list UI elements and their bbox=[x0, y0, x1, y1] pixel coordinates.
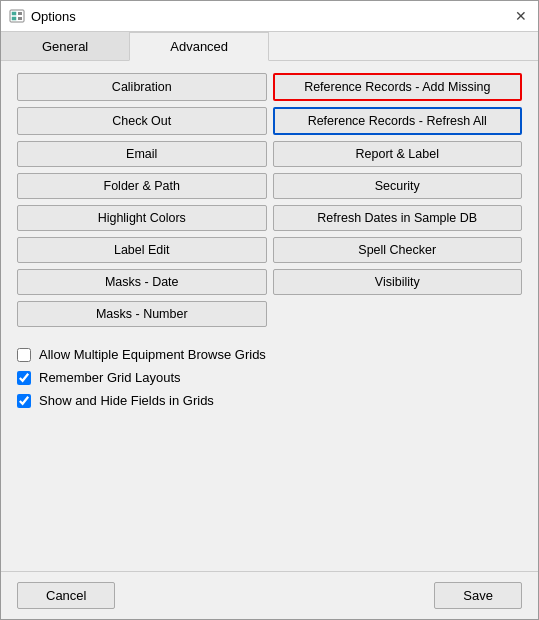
cancel-button[interactable]: Cancel bbox=[17, 582, 115, 609]
btn-spell-checker[interactable]: Spell Checker bbox=[273, 237, 523, 263]
btn-highlight-colors[interactable]: Highlight Colors bbox=[17, 205, 267, 231]
btn-ref-refresh-all[interactable]: Reference Records - Refresh All bbox=[273, 107, 523, 135]
checkbox-grid-layouts-label: Remember Grid Layouts bbox=[39, 370, 181, 385]
checkbox-grid-layouts[interactable] bbox=[17, 371, 31, 385]
btn-masks-date[interactable]: Masks - Date bbox=[17, 269, 267, 295]
title-bar-left: Options bbox=[9, 8, 76, 24]
checkbox-row-equipment: Allow Multiple Equipment Browse Grids bbox=[17, 347, 522, 362]
checkbox-row-show-hide: Show and Hide Fields in Grids bbox=[17, 393, 522, 408]
title-bar: Options ✕ bbox=[1, 1, 538, 32]
btn-masks-number[interactable]: Masks - Number bbox=[17, 301, 267, 327]
btn-refresh-dates[interactable]: Refresh Dates in Sample DB bbox=[273, 205, 523, 231]
btn-report-label[interactable]: Report & Label bbox=[273, 141, 523, 167]
btn-email[interactable]: Email bbox=[17, 141, 267, 167]
svg-rect-2 bbox=[12, 17, 16, 20]
btn-ref-add-missing[interactable]: Reference Records - Add Missing bbox=[273, 73, 523, 101]
tab-general[interactable]: General bbox=[1, 32, 129, 60]
close-button[interactable]: ✕ bbox=[512, 7, 530, 25]
btn-label-edit[interactable]: Label Edit bbox=[17, 237, 267, 263]
options-icon bbox=[9, 8, 25, 24]
checkbox-equipment-label: Allow Multiple Equipment Browse Grids bbox=[39, 347, 266, 362]
footer: Cancel Save bbox=[1, 571, 538, 619]
btn-check-out[interactable]: Check Out bbox=[17, 107, 267, 135]
btn-visibility[interactable]: Visibility bbox=[273, 269, 523, 295]
save-button[interactable]: Save bbox=[434, 582, 522, 609]
window-title: Options bbox=[31, 9, 76, 24]
btn-calibration[interactable]: Calibration bbox=[17, 73, 267, 101]
checkbox-equipment[interactable] bbox=[17, 348, 31, 362]
svg-rect-4 bbox=[18, 17, 22, 20]
tab-advanced[interactable]: Advanced bbox=[129, 32, 269, 61]
buttons-grid: Calibration Reference Records - Add Miss… bbox=[17, 73, 522, 327]
svg-rect-1 bbox=[12, 12, 16, 15]
btn-security[interactable]: Security bbox=[273, 173, 523, 199]
checkbox-show-hide[interactable] bbox=[17, 394, 31, 408]
options-window: Options ✕ General Advanced Calibration R… bbox=[0, 0, 539, 620]
btn-folder-path[interactable]: Folder & Path bbox=[17, 173, 267, 199]
checkbox-show-hide-label: Show and Hide Fields in Grids bbox=[39, 393, 214, 408]
checkbox-row-grid-layouts: Remember Grid Layouts bbox=[17, 370, 522, 385]
main-content: Calibration Reference Records - Add Miss… bbox=[1, 61, 538, 571]
tab-bar: General Advanced bbox=[1, 32, 538, 61]
checkboxes-section: Allow Multiple Equipment Browse Grids Re… bbox=[17, 347, 522, 408]
svg-rect-3 bbox=[18, 12, 22, 15]
